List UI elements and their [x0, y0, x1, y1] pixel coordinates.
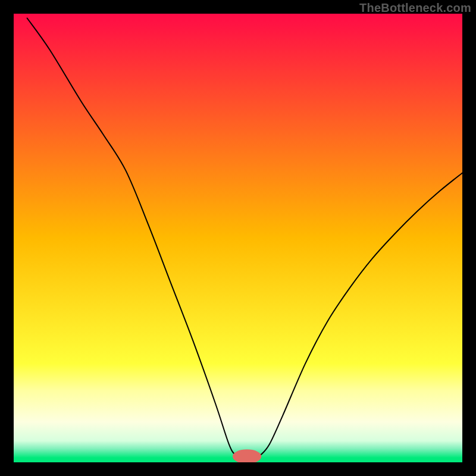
chart-svg	[14, 14, 462, 462]
watermark-label: TheBottleneck.com	[359, 1, 471, 15]
gradient-background	[14, 14, 462, 462]
chart-frame: TheBottleneck.com	[0, 0, 476, 476]
plot-area	[14, 14, 462, 462]
